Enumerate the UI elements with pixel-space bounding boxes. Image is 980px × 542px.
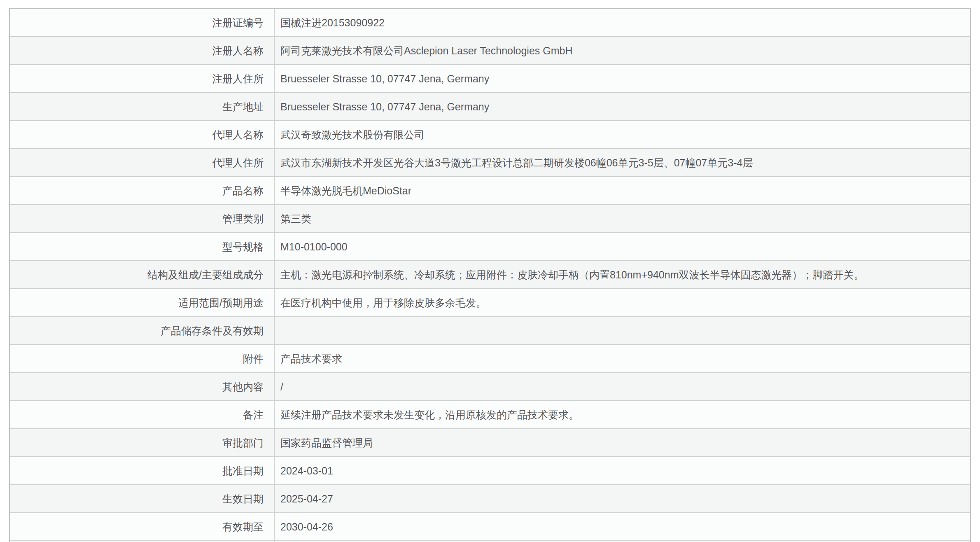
table-row: 注册证编号 国械注进20153090922: [10, 9, 970, 37]
table-row: 管理类别 第三类: [10, 205, 970, 233]
row-label-cell: 有效期至: [10, 513, 275, 540]
table-row: 代理人住所 武汉市东湖新技术开发区光谷大道3号激光工程设计总部二期研发楼06幢0…: [10, 149, 970, 177]
table-row: 生产地址 Bruesseler Strasse 10, 07747 Jena, …: [10, 93, 970, 121]
table-row: 有效期至 2030-04-26: [10, 513, 970, 541]
row-value-cell: Bruesseler Strasse 10, 07747 Jena, Germa…: [275, 65, 970, 92]
row-value-cell: 延续注册产品技术要求未发生变化，沿用原核发的产品技术要求。: [275, 401, 970, 428]
table-row: 附件 产品技术要求: [10, 345, 970, 373]
row-label-cell: 适用范围/预期用途: [10, 289, 275, 316]
row-label-cell: 备注: [10, 401, 275, 428]
row-value-cell: [275, 317, 970, 344]
row-label-cell: 生产地址: [10, 93, 275, 120]
table-row: 产品储存条件及有效期: [10, 317, 970, 345]
row-label-cell: 其他内容: [10, 373, 275, 400]
table-row: 审批部门 国家药品监督管理局: [10, 429, 970, 457]
table-row: 生效日期 2025-04-27: [10, 485, 970, 513]
row-value-cell: 在医疗机构中使用，用于移除皮肤多余毛发。: [275, 289, 970, 316]
table-row: 注册人名称 阿司克莱激光技术有限公司Asclepion Laser Techno…: [10, 37, 970, 65]
row-label-cell: 型号规格: [10, 233, 275, 260]
row-label-cell: 注册证编号: [10, 9, 275, 36]
row-value-cell: M10-0100-000: [275, 233, 970, 260]
row-label-cell: 审批部门: [10, 429, 275, 456]
table-row: 注册人住所 Bruesseler Strasse 10, 07747 Jena,…: [10, 65, 970, 93]
row-value-cell: 主机：激光电源和控制系统、冷却系统；应用附件：皮肤冷却手柄（内置810nm+94…: [275, 261, 970, 288]
row-value-cell: Bruesseler Strasse 10, 07747 Jena, Germa…: [275, 93, 970, 120]
page: 注册证编号 国械注进20153090922 注册人名称 阿司克莱激光技术有限公司…: [0, 0, 980, 542]
table-row: 批准日期 2024-03-01: [10, 457, 970, 485]
table-row: 代理人名称 武汉奇致激光技术股份有限公司: [10, 121, 970, 149]
table-row: 其他内容 /: [10, 373, 970, 401]
row-label-cell: 结构及组成/主要组成成分: [10, 261, 275, 288]
row-value-cell: 半导体激光脱毛机MeDioStar: [275, 177, 970, 204]
row-label-cell: 产品名称: [10, 177, 275, 204]
table-row: 型号规格 M10-0100-000: [10, 233, 970, 261]
row-label-cell: 生效日期: [10, 485, 275, 512]
row-value-cell: 国家药品监督管理局: [275, 429, 970, 456]
row-value-cell: 2024-03-01: [275, 457, 970, 484]
row-value-cell: 阿司克莱激光技术有限公司Asclepion Laser Technologies…: [275, 37, 970, 64]
row-value-cell: 2030-04-26: [275, 513, 970, 540]
table-row: 适用范围/预期用途 在医疗机构中使用，用于移除皮肤多余毛发。: [10, 289, 970, 317]
row-value-cell: 武汉市东湖新技术开发区光谷大道3号激光工程设计总部二期研发楼06幢06单元3-5…: [275, 149, 970, 176]
row-label-cell: 批准日期: [10, 457, 275, 484]
table-row: 备注 延续注册产品技术要求未发生变化，沿用原核发的产品技术要求。: [10, 401, 970, 429]
row-label-cell: 管理类别: [10, 205, 275, 232]
table-row: 产品名称 半导体激光脱毛机MeDioStar: [10, 177, 970, 205]
row-value-cell: 国械注进20153090922: [275, 9, 970, 36]
row-label-cell: 代理人住所: [10, 149, 275, 176]
row-value-cell: 2025-04-27: [275, 485, 970, 512]
row-value-cell: 产品技术要求: [275, 345, 970, 372]
row-label-cell: 代理人名称: [10, 121, 275, 148]
row-value-cell: /: [275, 373, 970, 400]
row-label-cell: 注册人名称: [10, 37, 275, 64]
row-label-cell: 注册人住所: [10, 65, 275, 92]
registration-table: 注册证编号 国械注进20153090922 注册人名称 阿司克莱激光技术有限公司…: [9, 8, 971, 542]
row-label-cell: 产品储存条件及有效期: [10, 317, 275, 344]
table-row: 结构及组成/主要组成成分 主机：激光电源和控制系统、冷却系统；应用附件：皮肤冷却…: [10, 261, 970, 289]
row-value-cell: 武汉奇致激光技术股份有限公司: [275, 121, 970, 148]
row-value-cell: 第三类: [275, 205, 970, 232]
row-label-cell: 附件: [10, 345, 275, 372]
